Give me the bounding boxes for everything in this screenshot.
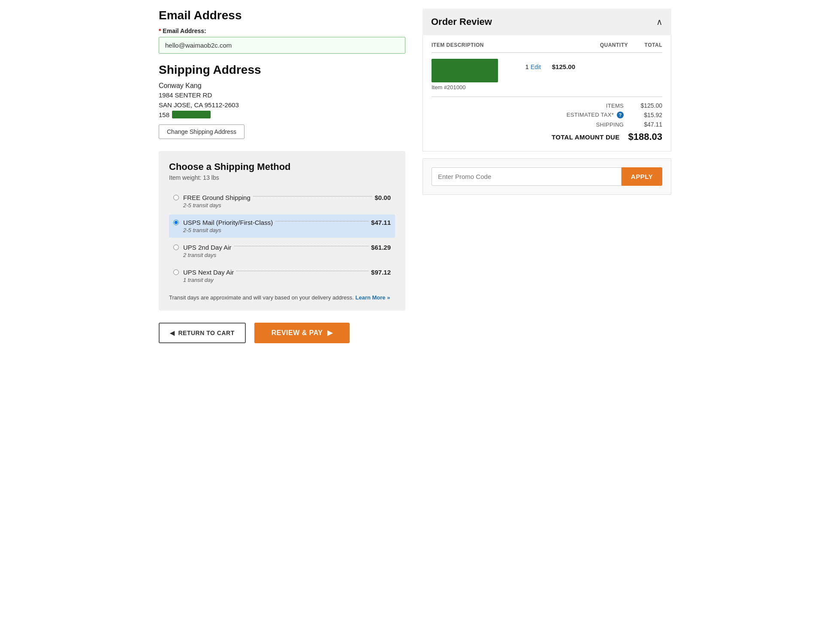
- right-column: Order Review ∧ ITEM DESCRIPTION QUANTITY…: [423, 9, 671, 343]
- option-price-free-ground: $0.00: [374, 194, 391, 201]
- email-label: * Email Address:: [159, 27, 405, 34]
- option-transit-ups-next: 1 transit day: [183, 277, 391, 283]
- option-dots-4: [236, 271, 368, 271]
- option-details-usps: USPS Mail (Priority/First-Class) $47.11 …: [183, 219, 391, 233]
- totals-label-tax: ESTIMATED TAX* ?: [555, 112, 624, 118]
- totals-row-shipping: SHIPPING $47.11: [432, 121, 662, 128]
- col-header-description: ITEM DESCRIPTION: [432, 42, 585, 48]
- shipping-radio-ups-next[interactable]: [173, 269, 179, 275]
- totals-label-shipping: SHIPPING: [555, 121, 624, 128]
- option-dots-3: [234, 246, 369, 246]
- totals-value-shipping: $47.11: [632, 121, 662, 128]
- arrow-left-icon: ◀: [170, 330, 175, 336]
- transit-note: Transit days are approximate and will va…: [169, 293, 395, 302]
- phone-prefix: 158: [159, 111, 169, 118]
- promo-code-input[interactable]: [432, 167, 622, 186]
- promo-row: APPLY: [432, 167, 662, 186]
- order-review-header: Order Review ∧: [423, 9, 671, 35]
- change-shipping-button[interactable]: Change Shipping Address: [159, 124, 244, 139]
- shipping-address-section: Shipping Address Conway Kang 1984 SENTER…: [159, 63, 405, 139]
- email-heading: Email Address: [159, 9, 405, 22]
- item-image: Item #201000: [432, 59, 498, 91]
- shipping-radio-free-ground[interactable]: [173, 195, 179, 200]
- totals-value-tax: $15.92: [632, 112, 662, 118]
- item-qty-col: 1 Edit: [498, 59, 541, 70]
- tax-info-icon[interactable]: ?: [617, 112, 624, 118]
- required-star: *: [159, 27, 161, 34]
- order-review-title: Order Review: [431, 16, 492, 27]
- item-number: Item #201000: [432, 84, 498, 91]
- bottom-buttons: ◀ RETURN TO CART REVIEW & PAY ▶: [159, 323, 405, 343]
- col-header-quantity: QUANTITY: [585, 42, 628, 48]
- option-transit-usps: 2-5 transit days: [183, 227, 391, 233]
- shipping-option-ups-2nd[interactable]: UPS 2nd Day Air $61.29 2 transit days: [169, 239, 395, 263]
- email-section: Email Address * Email Address:: [159, 9, 405, 63]
- shipping-option-ups-next[interactable]: UPS Next Day Air $97.12 1 transit day: [169, 264, 395, 287]
- shipping-option-usps[interactable]: USPS Mail (Priority/First-Class) $47.11 …: [169, 215, 395, 238]
- total-amount-value: $188.03: [628, 131, 662, 142]
- email-label-text: Email Address:: [163, 27, 206, 34]
- option-name-free-ground: FREE Ground Shipping: [183, 194, 251, 201]
- option-name-usps: USPS Mail (Priority/First-Class): [183, 219, 273, 226]
- option-dots-1: [253, 196, 372, 197]
- email-input[interactable]: [159, 37, 405, 54]
- review-pay-label: REVIEW & PAY: [272, 329, 323, 337]
- total-amount-row: TOTAL AMOUNT DUE $188.03: [432, 131, 662, 142]
- left-column: Email Address * Email Address: Shipping …: [159, 9, 423, 343]
- option-details-free-ground: FREE Ground Shipping $0.00 2-5 transit d…: [183, 194, 391, 209]
- option-dots-2: [275, 221, 368, 221]
- shipping-method-title: Choose a Shipping Method: [169, 161, 395, 172]
- address-name: Conway Kang: [159, 82, 405, 90]
- arrow-right-icon: ▶: [327, 329, 333, 337]
- shipping-method-box: Choose a Shipping Method Item weight: 13…: [159, 151, 405, 311]
- option-name-ups-next: UPS Next Day Air: [183, 269, 234, 276]
- return-to-cart-button[interactable]: ◀ RETURN TO CART: [159, 323, 246, 343]
- col-header-total: TOTAL: [628, 42, 662, 48]
- learn-more-link[interactable]: Learn More »: [356, 294, 390, 301]
- shipping-option-free-ground[interactable]: FREE Ground Shipping $0.00 2-5 transit d…: [169, 190, 395, 213]
- order-table-header: ITEM DESCRIPTION QUANTITY TOTAL: [432, 42, 662, 53]
- promo-section: APPLY: [423, 158, 671, 195]
- shipping-radio-usps[interactable]: [173, 220, 179, 225]
- option-transit-ups-2nd: 2 transit days: [183, 252, 391, 258]
- order-totals: ITEMS $125.00 ESTIMATED TAX* ? $15.92 SH…: [432, 97, 662, 142]
- collapse-icon[interactable]: ∧: [656, 17, 663, 27]
- option-name-ups-2nd: UPS 2nd Day Air: [183, 244, 232, 251]
- order-item-row: Item #201000 1 Edit $125.00: [432, 59, 662, 91]
- option-details-ups-2nd: UPS 2nd Day Air $61.29 2 transit days: [183, 244, 391, 258]
- address-phone-row: 158: [159, 111, 405, 118]
- option-price-ups-2nd: $61.29: [371, 244, 391, 251]
- item-price-col: $125.00: [541, 59, 575, 70]
- shipping-radio-ups-2nd[interactable]: [173, 245, 179, 250]
- promo-apply-button[interactable]: APPLY: [622, 167, 662, 186]
- item-quantity: 1: [525, 63, 529, 70]
- edit-item-link[interactable]: Edit: [531, 63, 541, 70]
- address-line2: SAN JOSE, CA 95112-2603: [159, 100, 405, 110]
- review-and-pay-button[interactable]: REVIEW & PAY ▶: [254, 323, 350, 343]
- return-to-cart-label: RETURN TO CART: [178, 330, 235, 336]
- order-review-body: ITEM DESCRIPTION QUANTITY TOTAL Item #20…: [423, 35, 671, 151]
- totals-row-tax: ESTIMATED TAX* ? $15.92: [432, 112, 662, 118]
- item-weight: Item weight: 13 lbs: [169, 174, 395, 181]
- totals-label-items: ITEMS: [555, 103, 624, 109]
- option-details-ups-next: UPS Next Day Air $97.12 1 transit day: [183, 269, 391, 283]
- phone-redacted: [172, 111, 211, 118]
- item-image-block: [432, 59, 498, 82]
- option-price-usps: $47.11: [371, 219, 391, 226]
- address-line1: 1984 SENTER RD: [159, 91, 405, 100]
- total-amount-label: TOTAL AMOUNT DUE: [552, 133, 619, 141]
- option-price-ups-next: $97.12: [371, 269, 391, 276]
- totals-value-items: $125.00: [632, 102, 662, 109]
- shipping-address-heading: Shipping Address: [159, 63, 405, 77]
- option-transit-free-ground: 2-5 transit days: [183, 202, 391, 209]
- totals-row-items: ITEMS $125.00: [432, 102, 662, 109]
